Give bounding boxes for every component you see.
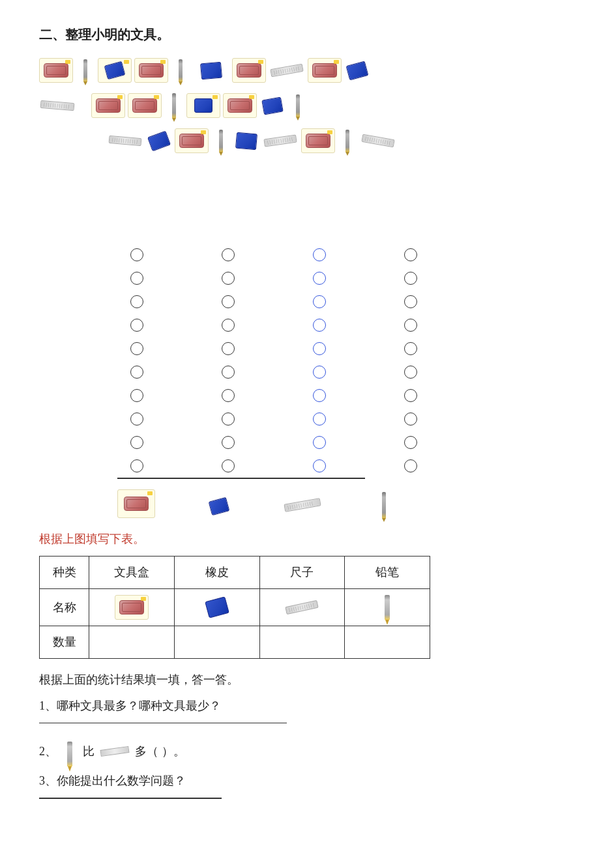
circle-cell — [391, 360, 430, 384]
question-1: 1、哪种文具最多？哪种文具最少？ — [39, 698, 577, 714]
circle-cell — [117, 243, 156, 267]
stationery-table: 种类 文具盒 橡皮 尺子 铅笔 名称 数量 — [39, 556, 430, 659]
q2-middle: 比 — [83, 744, 95, 759]
circle — [404, 319, 417, 332]
circle — [222, 436, 235, 449]
circle-cell — [391, 431, 430, 454]
table-name-pencil — [345, 588, 430, 626]
item-case — [175, 128, 209, 153]
circle — [404, 436, 417, 449]
circle-cell — [300, 431, 339, 454]
circle-cell — [117, 337, 156, 360]
item-case — [128, 93, 162, 118]
circle — [222, 389, 235, 402]
item-case — [91, 93, 125, 118]
circle-cell — [391, 454, 430, 478]
q2-suffix: 多（ ）。 — [135, 744, 185, 759]
table-header-col: 种类 — [40, 556, 89, 588]
circle — [313, 319, 326, 332]
circle — [404, 389, 417, 402]
circle-cell — [300, 337, 339, 360]
table-header-3: 尺子 — [259, 556, 345, 588]
circle-cell — [300, 267, 339, 290]
table-header-row: 种类 文具盒 橡皮 尺子 铅笔 — [40, 556, 430, 588]
circle — [404, 459, 417, 472]
circle — [130, 319, 143, 332]
table-count-row: 数量 — [40, 626, 430, 658]
answer-line-1 — [39, 723, 287, 724]
circle — [130, 272, 143, 285]
circle-cell — [300, 290, 339, 313]
circle — [222, 319, 235, 332]
circle — [404, 272, 417, 285]
circle-cell — [209, 384, 248, 407]
table-name-case — [89, 588, 175, 626]
circle-cell — [209, 431, 248, 454]
circle — [130, 412, 143, 426]
circle-cell — [391, 313, 430, 337]
circle-cell — [117, 384, 156, 407]
circle-cell — [209, 407, 248, 431]
circle — [404, 248, 417, 261]
circle — [130, 342, 143, 355]
question-3: 3、你能提出什么数学问题？ — [39, 773, 577, 788]
circle — [404, 342, 417, 355]
circle-cell — [209, 454, 248, 478]
circle — [313, 272, 326, 285]
circle-cell — [117, 431, 156, 454]
item-case — [308, 58, 342, 83]
circle-cell — [391, 290, 430, 313]
circle — [313, 436, 326, 449]
answer-line-3 — [39, 798, 222, 799]
section-title: 二、整理小明的文具。 — [39, 26, 577, 44]
circle — [222, 459, 235, 472]
circle-cell — [209, 360, 248, 384]
circle — [404, 295, 417, 308]
circles-grid — [117, 243, 577, 478]
table-name-row: 名称 — [40, 588, 430, 626]
circle — [222, 272, 235, 285]
circle-cell — [391, 267, 430, 290]
item-eraser — [98, 58, 132, 83]
bottom-items-row — [117, 485, 577, 518]
table-count-ruler — [259, 626, 345, 658]
stationery-row-2 — [39, 89, 577, 122]
table-name-eraser — [174, 588, 259, 626]
circle — [130, 436, 143, 449]
circle-cell — [391, 384, 430, 407]
table-header-4: 铅笔 — [345, 556, 430, 588]
circle-cell — [209, 243, 248, 267]
question-2: 2、 比 多（ ）。 — [39, 736, 577, 766]
circle-cell — [117, 267, 156, 290]
circle — [222, 248, 235, 261]
circle-cell — [209, 337, 248, 360]
circle — [313, 459, 326, 472]
item-eraser — [186, 93, 220, 118]
circle — [130, 389, 143, 402]
circle-cell — [391, 243, 430, 267]
item-case — [223, 93, 257, 118]
item-case — [134, 58, 168, 83]
table-count-eraser — [174, 626, 259, 658]
circle — [313, 295, 326, 308]
circle-cell — [209, 290, 248, 313]
circle — [404, 366, 417, 379]
circle-cell — [300, 454, 339, 478]
circle-cell — [117, 290, 156, 313]
circle — [313, 342, 326, 355]
circle — [130, 248, 143, 261]
stat-prompt: 根据上面的统计结果填一填，答一答。 — [39, 672, 577, 687]
circle — [313, 412, 326, 426]
circle-cell — [117, 360, 156, 384]
circle-cell — [300, 407, 339, 431]
circle — [222, 412, 235, 426]
item-case-bottom — [117, 489, 155, 518]
circle — [313, 248, 326, 261]
table-count-case — [89, 626, 175, 658]
circle — [313, 366, 326, 379]
stationery-row-1 — [39, 54, 577, 87]
circle — [222, 342, 235, 355]
circle — [130, 366, 143, 379]
circle — [130, 459, 143, 472]
circle — [404, 412, 417, 426]
